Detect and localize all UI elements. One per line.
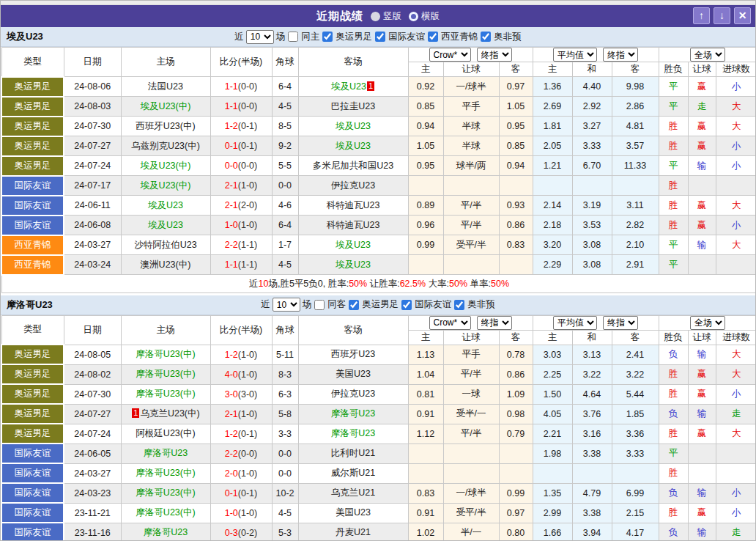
away-team-name: 埃及U23	[336, 260, 371, 270]
home-team-name: 摩洛哥U23(中)	[136, 369, 195, 379]
bookmaker-select[interactable]: Crow*	[429, 316, 471, 330]
avg-away-odds: 3.33	[612, 444, 659, 463]
avg-away-odds: 3.22	[612, 364, 659, 384]
odds-stage-select-2[interactable]: 终指	[603, 316, 638, 330]
avg-away-odds: 11.33	[612, 156, 659, 176]
home-team-cell: 摩洛哥U23(中)	[121, 483, 210, 503]
avg-draw-odds: 4.40	[572, 77, 612, 97]
bookmaker-select[interactable]: Crow*	[429, 48, 471, 62]
odds-away	[499, 444, 533, 463]
average-select[interactable]: 平均值	[553, 316, 597, 330]
avg-home-odds: 1.21	[533, 156, 572, 176]
home-team-name: 澳洲U23(中)	[141, 260, 191, 270]
layout-radio-horizontal[interactable]: 横版	[409, 10, 440, 23]
sections-container: 埃及U23近10场同主奥运男足国际友谊西亚青锦奥非预类型日期主场比分(半场)角球…	[1, 27, 755, 541]
league-checkbox[interactable]	[481, 32, 491, 42]
odds-stage-select-2[interactable]: 终指	[603, 48, 638, 62]
league-checkbox[interactable]	[401, 300, 412, 310]
fulltime-score: 1-0	[225, 220, 238, 230]
odds-stage-select[interactable]: 终指	[477, 48, 512, 62]
layout-radio-vertical[interactable]: 竖版	[371, 10, 401, 23]
match-type-cell: 奥运男足	[1, 97, 64, 117]
result-handicap: 赢	[688, 77, 716, 97]
result-goals: 小	[716, 503, 756, 523]
fulltime-score: 1-1	[225, 260, 238, 270]
result-goals: 小	[716, 483, 756, 503]
odds-stage-select[interactable]: 终指	[477, 316, 512, 330]
result-handicap: 赢	[688, 384, 716, 404]
corner-score: 6-4	[272, 77, 298, 97]
away-team-name: 摩洛哥U23	[331, 428, 375, 438]
league-checkbox[interactable]	[375, 32, 385, 42]
summary-text: 50%	[491, 279, 509, 289]
close-icon: ✕	[738, 10, 747, 21]
titlebar: 近期战绩 竖版 横版 ↑ ↓ ✕	[1, 5, 755, 27]
home-team-name: 乌克兰U23(中)	[140, 408, 199, 419]
home-team-cell: 埃及U23(中)	[121, 156, 210, 176]
away-team-cell: 摩洛哥U23	[298, 404, 408, 424]
league-checkbox[interactable]	[454, 300, 464, 310]
home-team-name: 摩洛哥U23(中)	[136, 389, 195, 399]
odds-home: 0.83	[408, 483, 443, 503]
corner-score: 5-8	[272, 404, 298, 424]
same-venue-checkbox[interactable]	[314, 300, 325, 310]
move-down-button[interactable]: ↓	[714, 7, 730, 24]
close-button[interactable]: ✕	[734, 7, 751, 24]
result-scope-group: 全场	[659, 315, 756, 330]
result-goals: 小	[716, 136, 756, 156]
result-outcome: 胜	[659, 463, 688, 483]
away-team-cell: 多米尼加共和国U23	[298, 156, 408, 176]
match-date: 24-03-27	[64, 463, 121, 483]
sub-column-header: 让球	[443, 62, 499, 77]
league-checkbox[interactable]	[428, 32, 438, 42]
away-team-name: 丹麦U21	[336, 527, 371, 537]
handicap-line: 平/半	[443, 364, 499, 384]
same-venue-checkbox[interactable]	[288, 32, 298, 42]
scope-select[interactable]: 全场	[690, 316, 725, 330]
away-team-cell: 埃及U23	[298, 255, 408, 275]
column-header: 客场	[298, 48, 408, 77]
odds-home: 1.04	[408, 364, 443, 384]
sub-column-header: 让球	[688, 62, 716, 77]
sub-column-header: 胜负	[659, 330, 688, 345]
result-handicap	[688, 176, 716, 196]
home-team-cell: 法国U23	[121, 77, 210, 97]
sub-column-header: 主	[533, 330, 572, 345]
match-row: 国际友谊24-06-11埃及U232-1(2-0)4-6科特迪瓦U230.89平…	[1, 196, 756, 216]
home-team-name: 埃及U23(中)	[141, 161, 191, 171]
match-date: 24-06-05	[64, 444, 121, 463]
away-team-cell: 埃及U23	[298, 235, 408, 255]
match-date: 24-08-03	[64, 97, 121, 117]
recent-count-select[interactable]: 10	[246, 30, 274, 44]
league-checkbox[interactable]	[349, 300, 359, 310]
avg-home-odds: 3.20	[533, 235, 572, 255]
recent-count-select[interactable]: 10	[273, 298, 300, 312]
away-team-cell: 埃及U23	[298, 117, 408, 136]
move-up-button[interactable]: ↑	[693, 7, 710, 24]
home-team-cell: 阿根廷U23(中)	[121, 424, 210, 444]
score-cell: 3-0(3-0)	[210, 384, 272, 404]
match-date: 24-07-27	[64, 136, 121, 156]
result-outcome: 平	[659, 255, 688, 275]
away-team-cell: 伊拉克U23	[298, 384, 408, 404]
corner-score: 0-0	[272, 444, 298, 463]
scope-select[interactable]: 全场	[690, 48, 725, 62]
average-select[interactable]: 平均值	[553, 48, 597, 62]
match-type-cell: 国际友谊	[1, 196, 64, 216]
home-team-name: 摩洛哥U23(中)	[136, 507, 195, 518]
odds-away: 1.09	[499, 384, 533, 404]
column-header: 类型	[1, 48, 64, 77]
odds-away: 0.78	[499, 345, 533, 364]
result-outcome: 平	[659, 77, 688, 97]
same-venue-label: 同客	[327, 298, 346, 311]
result-outcome: 平	[659, 97, 688, 117]
score-cell: 2-1(1-0)	[210, 176, 272, 196]
halftime-score: (0-1)	[238, 429, 257, 439]
avg-home-odds: 1.50	[533, 384, 572, 404]
avg-draw-odds: 3.33	[572, 136, 612, 156]
league-checkbox[interactable]	[322, 32, 333, 42]
section-header: 埃及U23近10场同主奥运男足国际友谊西亚青锦奥非预	[1, 27, 755, 47]
match-date: 24-08-02	[64, 364, 121, 384]
away-team-name: 科特迪瓦U23	[327, 200, 380, 210]
halftime-score: (0-2)	[238, 528, 257, 538]
